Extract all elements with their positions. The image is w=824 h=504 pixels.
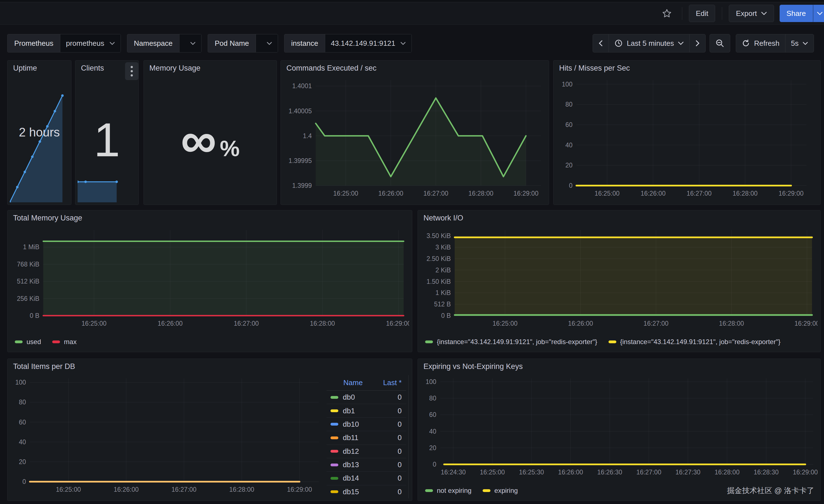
svg-text:100: 100 (15, 379, 26, 386)
svg-text:256 KiB: 256 KiB (17, 295, 39, 302)
table-row-db14[interactable]: db14 0 (327, 472, 406, 485)
svg-text:16:25:00: 16:25:00 (480, 469, 505, 476)
variable-instance-dropdown[interactable]: 43.142.149.91:9121 (325, 34, 411, 52)
expiring-keys-chart[interactable]: 16:24:3016:25:0016:25:3016:26:0016:26:30… (421, 374, 818, 481)
legend-item-max[interactable]: max (52, 338, 77, 346)
refresh-interval-label: 5s (791, 39, 799, 48)
refresh-interval-dropdown[interactable]: 5s (785, 34, 814, 53)
panel-memory-usage-title[interactable]: Memory Usage (144, 61, 277, 76)
panel-commands-executed: Commands Executed / sec 16:25:0016:26:00… (281, 60, 549, 205)
table-row-db10[interactable]: db10 0 (327, 418, 406, 431)
export-button[interactable]: Export (729, 5, 774, 22)
time-shift-forward-button[interactable] (690, 34, 706, 53)
svg-text:16:27:00: 16:27:00 (643, 320, 668, 327)
series-swatch (330, 436, 338, 439)
commands-executed-chart[interactable]: 16:25:0016:26:0016:27:0016:28:0016:29:00… (284, 76, 546, 202)
table-row-db11[interactable]: db11 0 (327, 431, 406, 444)
panel-menu-button[interactable] (125, 62, 138, 80)
svg-text:80: 80 (19, 399, 26, 406)
series-swatch (330, 396, 338, 399)
variable-pod-name-label: Pod Name (208, 34, 256, 52)
svg-text:16:25:00: 16:25:00 (333, 190, 358, 197)
chevron-right-icon (695, 40, 700, 46)
total-items-chart[interactable]: 16:25:0016:26:0016:27:0016:28:0016:29:00… (10, 374, 323, 498)
zoom-out-time-button[interactable] (710, 34, 730, 53)
svg-text:1.3999: 1.3999 (292, 182, 312, 189)
db-name: db11 (343, 433, 398, 442)
legend-label: used (26, 338, 41, 346)
panel-network-io-title[interactable]: Network I/O (418, 210, 820, 225)
export-button-label: Export (736, 9, 757, 18)
svg-text:16:27:00: 16:27:00 (687, 190, 712, 197)
db-name: db15 (343, 488, 398, 496)
series-swatch (425, 489, 433, 492)
db-name: db12 (343, 447, 398, 456)
db-value: 0 (398, 407, 406, 415)
community-watermark: 掘金技术社区 @ 洛卡卡了 (727, 486, 814, 496)
variable-pod-name-dropdown[interactable] (256, 34, 278, 52)
favorite-star-button[interactable] (658, 5, 675, 22)
variable-namespace-dropdown[interactable] (179, 34, 201, 52)
panel-total-items-title[interactable]: Total Items per DB (8, 359, 412, 374)
series-swatch (52, 340, 60, 343)
table-row-db15[interactable]: db15 0 (327, 485, 406, 498)
variable-instance-label: instance (285, 34, 325, 52)
svg-text:16:26:00: 16:26:00 (114, 486, 139, 493)
svg-text:16:26:00: 16:26:00 (378, 190, 403, 197)
svg-text:100: 100 (562, 81, 573, 88)
svg-text:3 KiB: 3 KiB (435, 243, 451, 251)
svg-text:100: 100 (426, 378, 436, 385)
svg-text:20: 20 (19, 458, 26, 466)
panel-expiring-keys-title[interactable]: Expiring vs Not-Expiring Keys (418, 359, 820, 374)
panel-hits-misses-title[interactable]: Hits / Misses per Sec (553, 61, 820, 76)
panel-commands-executed-title[interactable]: Commands Executed / sec (281, 61, 549, 76)
refresh-button[interactable]: Refresh (736, 34, 785, 53)
network-io-chart[interactable]: 16:25:0016:26:0016:27:0016:28:0016:29:00… (421, 225, 818, 332)
share-button[interactable]: Share (780, 5, 813, 22)
memory-usage-value-row: ∞ % (144, 76, 277, 205)
hits-misses-chart[interactable]: 16:25:0016:26:0016:27:0016:28:0016:29:00… (556, 76, 818, 202)
svg-text:80: 80 (429, 395, 436, 402)
svg-text:16:27:00: 16:27:00 (636, 469, 661, 476)
svg-text:16:24:30: 16:24:30 (441, 469, 466, 476)
variable-prometheus-dropdown[interactable]: prometheus (60, 34, 120, 52)
panel-total-memory-title[interactable]: Total Memory Usage (8, 210, 412, 225)
table-row-db0[interactable]: db0 0 (327, 391, 406, 404)
svg-text:16:25:00: 16:25:00 (82, 320, 107, 327)
svg-text:16:29:00: 16:29:00 (386, 320, 409, 327)
time-shift-back-button[interactable] (593, 34, 609, 53)
legend-item-network-out[interactable]: {instance="43.142.149.91:9121", job="red… (609, 338, 781, 346)
legend-item-network-in[interactable]: {instance="43.142.149.91:9121", job="red… (425, 338, 597, 346)
legend-table-header-last[interactable]: Last * (383, 379, 406, 387)
series-swatch (330, 477, 338, 480)
table-row-db1[interactable]: db1 0 (327, 404, 406, 417)
svg-text:1.39995: 1.39995 (289, 157, 312, 164)
legend-table-header-name[interactable]: Name (327, 379, 383, 387)
toolbar-divider (682, 7, 682, 20)
edit-button[interactable]: Edit (689, 5, 715, 22)
clients-sparkline (78, 177, 137, 202)
panel-uptime-title[interactable]: Uptime (8, 61, 71, 76)
db-name: db10 (343, 420, 398, 429)
table-row-db12[interactable]: db12 0 (327, 445, 406, 458)
variable-prometheus: Prometheus prometheus (7, 34, 121, 53)
legend-label: {instance="43.142.149.91:9121", job="red… (620, 338, 781, 346)
total-memory-chart[interactable]: 16:25:0016:26:0016:27:0016:28:0016:29:00… (10, 225, 409, 332)
table-row-db13[interactable]: db13 0 (327, 458, 406, 472)
share-menu-button[interactable] (813, 5, 824, 22)
svg-text:40: 40 (429, 428, 436, 435)
chevron-down-icon (109, 41, 115, 45)
legend-label: not expiring (437, 487, 472, 495)
network-io-legend: {instance="43.142.149.91:9121", job="red… (425, 336, 781, 348)
svg-text:16:29:00: 16:29:00 (793, 469, 818, 476)
variable-pod-name: Pod Name (208, 34, 278, 53)
time-range-picker-button[interactable]: Last 5 minutes (609, 34, 690, 53)
legend-item-not-expiring[interactable]: not expiring (425, 487, 472, 495)
memory-usage-value: ∞ (181, 120, 216, 160)
variable-namespace-label: Namespace (127, 34, 180, 52)
svg-text:1.50 KiB: 1.50 KiB (426, 278, 451, 285)
chevron-down-icon (817, 11, 823, 15)
svg-text:16:28:00: 16:28:00 (733, 190, 758, 197)
legend-item-expiring[interactable]: expiring (483, 487, 518, 495)
legend-item-used[interactable]: used (15, 338, 41, 346)
